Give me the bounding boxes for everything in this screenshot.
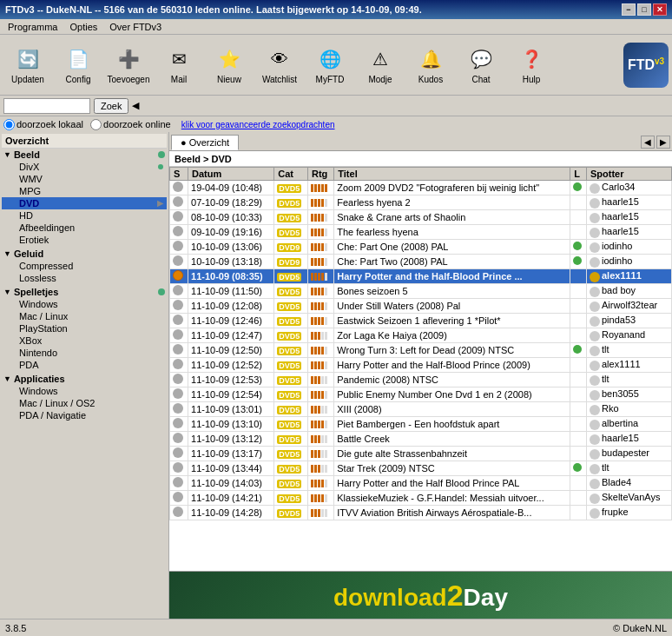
cell-title[interactable]: Pandemic (2008) NTSC	[334, 373, 570, 388]
menu-programma[interactable]: Programma	[3, 21, 62, 33]
cell-title[interactable]: Public Enemy Number One Dvd 1 en 2 (2008…	[334, 388, 570, 402]
table-row[interactable]: 11-10-09 (12:53)DVD5Pandemic (2008) NTSC…	[170, 373, 672, 388]
sidebar-header-applicaties[interactable]: ▼Applicaties	[2, 373, 167, 385]
col-status[interactable]: S	[170, 168, 188, 181]
cell-title[interactable]: Snake & Crane arts of Shaolin	[334, 210, 570, 225]
sidebar-item-compressed[interactable]: Compressed	[2, 260, 167, 272]
table-row[interactable]: 11-10-09 (13:17)DVD5Die gute alte Strass…	[170, 447, 672, 461]
updaten-button[interactable]: 🔄 Updaten	[3, 39, 52, 91]
config-button[interactable]: 📄 Config	[54, 39, 102, 91]
table-row[interactable]: 08-10-09 (10:33)DVD5Snake & Crane arts o…	[170, 210, 672, 225]
table-row[interactable]: 11-10-09 (12:47)DVD5Zor Laga Ke Haiya (2…	[170, 328, 672, 343]
cell-title[interactable]: Under Still Waters (2008) Pal	[334, 299, 570, 314]
table-row[interactable]: 11-10-09 (12:46)DVD5Eastwick Seizoen 1 a…	[170, 314, 672, 328]
sidebar-overview[interactable]: Overzicht	[2, 134, 167, 149]
menu-over[interactable]: Over FTDv3	[105, 21, 166, 33]
cell-title[interactable]: The fearless hyena	[334, 225, 570, 240]
cell-title[interactable]: Eastwick Seizoen 1 aflevering 1 *Pilot*	[334, 314, 570, 328]
cell-title[interactable]: ITVV Aviation British Airways Aérospatia…	[334, 506, 570, 520]
sidebar-item-mac-linux-games[interactable]: Mac / Linux	[2, 310, 167, 322]
table-row[interactable]: 11-10-09 (12:52)DVD5Harry Potter and the…	[170, 358, 672, 373]
sidebar-item-windows-games[interactable]: Windows	[2, 298, 167, 310]
cell-title[interactable]: Harry Potter and the Half Blood Prince P…	[334, 476, 570, 491]
table-row[interactable]: 11-10-09 (14:03)DVD5Harry Potter and the…	[170, 476, 672, 491]
table-container[interactable]: S Datum Cat Rtg Titel L Spotter 19-04-09…	[169, 167, 672, 571]
table-row[interactable]: 11-10-09 (12:54)DVD5Public Enemy Number …	[170, 388, 672, 402]
table-row[interactable]: 19-04-09 (10:48)DVD5Zoom 2009 DVD2 "Foto…	[170, 181, 672, 195]
sidebar-item-playstation[interactable]: PlayStation	[2, 322, 167, 335]
close-button[interactable]: ✕	[653, 3, 667, 16]
cell-title[interactable]: Die gute alte Strassenbahnzeit	[334, 447, 570, 461]
menu-opties[interactable]: Opties	[65, 21, 102, 33]
table-row[interactable]: 11-10-09 (13:10)DVD5Piet Bambergen - Een…	[170, 417, 672, 432]
sidebar-item-dvd[interactable]: DVD ▶	[2, 197, 167, 209]
table-row[interactable]: 11-10-09 (13:12)DVD5Battle Creekhaarle15	[170, 432, 672, 447]
sidebar-item-windows-apps[interactable]: Windows	[2, 385, 167, 397]
watchlist-button[interactable]: 👁 Watchlist	[255, 39, 304, 91]
cell-title[interactable]: Harry Potter and the Half-Blood Prince .…	[334, 269, 570, 284]
col-rtg[interactable]: Rtg	[308, 168, 334, 181]
table-row[interactable]: 10-10-09 (13:06)DVD9Che: Part One (2008)…	[170, 240, 672, 255]
sidebar-item-afbeeldingen[interactable]: Afbeeldingen	[2, 222, 167, 234]
cell-title[interactable]: XIII (2008)	[334, 402, 570, 417]
col-datum[interactable]: Datum	[188, 168, 274, 181]
cell-title[interactable]: Harry Potter and the Half-Blood Prince (…	[334, 358, 570, 373]
cell-title[interactable]: Bones seizoen 5	[334, 284, 570, 299]
cell-title[interactable]: Che: Part Two (2008) PAL	[334, 255, 570, 269]
radio-online[interactable]: doorzoek online	[90, 119, 171, 130]
sidebar-item-nintendo[interactable]: Nintendo	[2, 347, 167, 359]
modje-button[interactable]: ⚠ Modje	[356, 39, 405, 91]
radio-local[interactable]: doorzoek lokaal	[3, 119, 83, 130]
sidebar-item-mac-linux-os2[interactable]: Mac / Linux / OS2	[2, 397, 167, 409]
col-spotter[interactable]: Spotter	[586, 168, 671, 181]
toevoegen-button[interactable]: ➕ Toevoegen	[104, 39, 153, 91]
cell-title[interactable]: Wrong Turn 3: Left for Dead (2009) NTSC	[334, 343, 570, 358]
cell-title[interactable]: Fearless hyena 2	[334, 195, 570, 210]
tab-arrow-right[interactable]: ▶	[656, 136, 670, 149]
search-button[interactable]: Zoek	[94, 98, 128, 114]
search-back-arrow[interactable]: ◀	[132, 100, 139, 111]
minimize-button[interactable]: −	[622, 3, 636, 16]
tab-arrow-left[interactable]: ◀	[641, 136, 655, 149]
tab-overzicht[interactable]: ● Overzicht	[171, 135, 239, 150]
table-row[interactable]: 11-10-09 (13:01)DVD5XIII (2008)Rko	[170, 402, 672, 417]
sidebar-item-lossless[interactable]: Lossless	[2, 272, 167, 284]
sidebar-item-mpg[interactable]: MPG	[2, 185, 167, 197]
col-titel[interactable]: Titel	[334, 168, 570, 181]
cell-title[interactable]: Che: Part One (2008) PAL	[334, 240, 570, 255]
maximize-button[interactable]: □	[637, 3, 651, 16]
search-input[interactable]	[3, 98, 90, 114]
table-row[interactable]: 11-10-09 (12:50)DVD5Wrong Turn 3: Left f…	[170, 343, 672, 358]
sidebar-header-spelletjes[interactable]: ▼Spelletjes	[2, 286, 167, 298]
sidebar-item-divx[interactable]: DivX	[2, 161, 167, 173]
myftd-button[interactable]: 🌐 MyFTD	[306, 39, 354, 91]
table-row[interactable]: 07-10-09 (18:29)DVD5Fearless hyena 2haar…	[170, 195, 672, 210]
cell-title[interactable]: Star Trek (2009) NTSC	[334, 461, 570, 476]
cell-title[interactable]: KlassiekeMuziek - G.F.Handel: Messiah ui…	[334, 491, 570, 506]
col-l[interactable]: L	[570, 168, 587, 181]
sidebar-header-beeld[interactable]: ▼Beeld	[2, 149, 167, 161]
table-row[interactable]: 11-10-09 (08:35)DVD5Harry Potter and the…	[170, 269, 672, 284]
hulp-button[interactable]: ❓ Hulp	[507, 39, 556, 91]
sidebar-item-wmv[interactable]: WMV	[2, 173, 167, 185]
chat-button[interactable]: 💬 Chat	[457, 39, 505, 91]
sidebar-item-pda-nav[interactable]: PDA / Navigatie	[2, 409, 167, 421]
table-row[interactable]: 11-10-09 (14:21)DVD5KlassiekeMuziek - G.…	[170, 491, 672, 506]
table-row[interactable]: 09-10-09 (19:16)DVD5The fearless hyenaha…	[170, 225, 672, 240]
col-cat[interactable]: Cat	[274, 168, 308, 181]
cell-title[interactable]: Zor Laga Ke Haiya (2009)	[334, 328, 570, 343]
ad-content[interactable]: download2Day	[169, 572, 672, 619]
sidebar-item-erotiek[interactable]: Erotiek	[2, 234, 167, 246]
kudos-button[interactable]: 🔔 Kudos	[406, 39, 455, 91]
nieuw-button[interactable]: ⭐ Nieuw	[205, 39, 254, 91]
sidebar-header-geluid[interactable]: ▼Geluid	[2, 248, 167, 260]
table-row[interactable]: 11-10-09 (12:08)DVD5Under Still Waters (…	[170, 299, 672, 314]
table-row[interactable]: 10-10-09 (13:18)DVD9Che: Part Two (2008)…	[170, 255, 672, 269]
sidebar-item-pda-games[interactable]: PDA	[2, 359, 167, 371]
cell-title[interactable]: Zoom 2009 DVD2 "Fotograferen bij weinig …	[334, 181, 570, 195]
sidebar-item-hd[interactable]: HD	[2, 209, 167, 222]
mail-button[interactable]: ✉ Mail	[155, 39, 203, 91]
cell-title[interactable]: Battle Creek	[334, 432, 570, 447]
table-row[interactable]: 11-10-09 (11:50)DVD5Bones seizoen 5bad b…	[170, 284, 672, 299]
sidebar-item-xbox[interactable]: XBox	[2, 335, 167, 347]
